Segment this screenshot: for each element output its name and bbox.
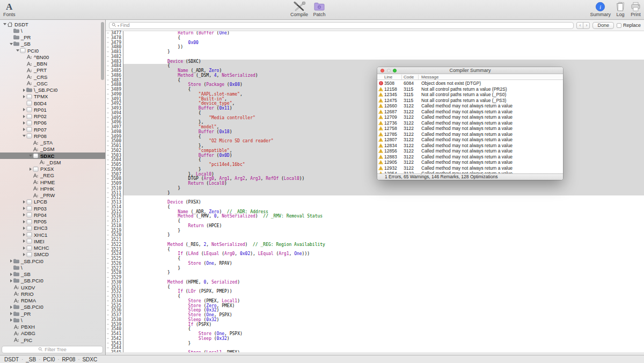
tree-item-dsdt[interactable]: DSDT [0, 21, 105, 27]
disclosure-open-icon[interactable] [21, 135, 26, 137]
disclosure-open-icon[interactable] [2, 23, 7, 25]
compiler-message-row[interactable]: !126873122Called method may not always r… [377, 109, 563, 115]
disclosure-closed-icon[interactable] [9, 273, 13, 276]
tree-item-rp01[interactable]: RP01 [0, 106, 105, 113]
tree-item-smcd[interactable]: SMCD [0, 251, 105, 258]
column-message[interactable]: Message [419, 75, 563, 79]
disclosure-closed-icon[interactable] [9, 312, 13, 315]
compiler-message-row[interactable]: !127093122Called method may not always r… [377, 114, 563, 120]
tree-item-[interactable]: \ [0, 317, 105, 323]
replace-toggle[interactable]: Replace [617, 23, 641, 28]
compiler-message-row[interactable]: !129053122Called method may not always r… [377, 159, 563, 165]
zoom-window-button[interactable] [393, 69, 397, 72]
tree-item-uxdv[interactable]: UXDV [0, 284, 105, 291]
log-button[interactable]: Log [615, 1, 626, 17]
tree-item-bn00[interactable]: ^BN00 [0, 54, 105, 60]
find-next-button[interactable]: › [583, 22, 590, 29]
tree-item-adbg[interactable]: ADBG [0, 330, 105, 337]
compiler-message-row[interactable]: !127363122Called method may not always r… [377, 120, 563, 126]
disclosure-closed-icon[interactable] [21, 239, 26, 243]
tree-item-lpcb[interactable]: LPCB [0, 199, 105, 205]
sidebar-scrollbar[interactable] [101, 22, 104, 80]
disclosure-closed-icon[interactable] [21, 108, 26, 111]
tree-item-_pr[interactable]: _PR [0, 310, 105, 317]
compiler-message-row[interactable]: !126603122Called method may not always r… [377, 103, 563, 109]
compiler-message-row[interactable]: !127583122Called method may not always r… [377, 126, 563, 132]
tree-item-ehc3[interactable]: EHC3 [0, 225, 105, 231]
find-done-button[interactable]: Done [592, 22, 614, 29]
disclosure-closed-icon[interactable] [9, 259, 13, 263]
tree-item-_sbpci0[interactable]: _SB.PCI0 [0, 258, 105, 264]
compiler-window-titlebar[interactable]: Compiler Summary [377, 67, 563, 74]
disclosure-closed-icon[interactable] [21, 253, 26, 256]
tree-item-hpme[interactable]: HPME [0, 179, 105, 185]
tree-item-pci0[interactable]: PCI0 [0, 47, 105, 54]
tree-item-pxsx[interactable]: PXSX [0, 166, 105, 172]
column-line[interactable]: Line [384, 75, 402, 79]
disclosure-closed-icon[interactable] [21, 121, 26, 125]
compiler-message-row[interactable]: !128343122Called method may not always r… [377, 143, 563, 149]
compiler-message-row[interactable]: !121583115Not all control paths return a… [377, 86, 563, 92]
tree-item-[interactable]: \ [0, 264, 105, 271]
disclosure-closed-icon[interactable] [21, 220, 26, 223]
disclosure-closed-icon[interactable] [21, 115, 26, 118]
tree-item-_sbpci0[interactable]: _SB.PCI0 [0, 304, 105, 310]
compiler-message-row[interactable]: !35086084Object does not exist (DTGP) [377, 81, 563, 86]
column-code[interactable]: Code [402, 75, 419, 79]
tree-item-mchc[interactable]: MCHC [0, 245, 105, 251]
tree-item-hphk[interactable]: HPHK [0, 185, 105, 192]
tree-item-rrio[interactable]: RRIO [0, 291, 105, 297]
fonts-button[interactable]: A Fonts [3, 1, 16, 17]
disclosure-closed-icon[interactable] [21, 200, 26, 204]
disclosure-closed-icon[interactable] [21, 89, 26, 92]
tree-item-_sbpci0[interactable]: _SB.PCI0 [0, 278, 105, 284]
compiler-message-row[interactable]: !128563122Called method may not always r… [377, 148, 563, 154]
disclosure-open-icon[interactable] [9, 43, 13, 45]
tree-item-_prt[interactable]: _PRT [0, 67, 105, 74]
tree-item-_sbpci0[interactable]: \_SB.PCI0 [0, 87, 105, 93]
tree-item-_sta[interactable]: _STA [0, 140, 105, 146]
summary-button[interactable]: i Summary [590, 1, 611, 17]
disclosure-closed-icon[interactable] [21, 213, 26, 216]
disclosure-closed-icon[interactable] [21, 207, 26, 210]
tree-item-rp03[interactable]: RP03 [0, 205, 105, 212]
tree-item-sdxc[interactable]: SDXC [0, 153, 105, 159]
disclosure-closed-icon[interactable] [21, 227, 26, 230]
filter-tree-input[interactable]: Filter Tree [2, 346, 103, 353]
tree-item-rp02[interactable]: RP02 [0, 113, 105, 120]
disclosure-closed-icon[interactable] [9, 306, 13, 309]
tree-item-_dsm[interactable]: _DSM [0, 146, 105, 153]
tree-item-xhc1[interactable]: XHC1 [0, 231, 105, 238]
tree-item-_dsm[interactable]: _DSM [0, 159, 105, 165]
disclosure-closed-icon[interactable] [9, 318, 13, 322]
disclosure-open-icon[interactable] [15, 49, 20, 52]
patch-button[interactable]: Patch [313, 1, 326, 17]
code-area[interactable]: 3477347834793480348134823483348434853486… [106, 31, 644, 355]
disclosure-closed-icon[interactable] [21, 233, 26, 236]
disclosure-open-icon[interactable] [28, 155, 33, 157]
compiler-message-row[interactable]: !124753115Not all control paths return a… [377, 98, 563, 104]
disclosure-closed-icon[interactable] [21, 128, 26, 131]
tree-item-rp06[interactable]: RP06 [0, 120, 105, 126]
tree-item-rdma[interactable]: RDMA [0, 297, 105, 304]
disclosure-closed-icon[interactable] [21, 246, 26, 250]
find-input[interactable]: ▾ Find [109, 22, 574, 29]
tree-item-_pic[interactable]: _PIC [0, 337, 105, 343]
minimize-window-button[interactable] [387, 69, 391, 72]
tree-item-_osc[interactable]: _OSC [0, 80, 105, 86]
tree-item-_reg[interactable]: _REG [0, 172, 105, 179]
compiler-message-row[interactable]: !128833122Called method may not always r… [377, 154, 563, 160]
tree-item-[interactable]: \ [0, 27, 105, 34]
tree-item-_sb[interactable]: _SB [0, 271, 105, 278]
disclosure-closed-icon[interactable] [28, 168, 33, 171]
compiler-message-row[interactable]: !129323122Called method may not always r… [377, 165, 563, 171]
tree-item-_pr[interactable]: _PR [0, 34, 105, 41]
tree-item-imei[interactable]: IMEI [0, 238, 105, 244]
compile-button[interactable]: Compile [290, 1, 308, 17]
tree-item-_crs[interactable]: _CRS [0, 74, 105, 80]
tree-item-_prw[interactable]: _PRW [0, 192, 105, 199]
compiler-message-row[interactable]: !123453115Not all control paths return a… [377, 92, 563, 98]
tree-item-pbxh[interactable]: PBXH [0, 324, 105, 330]
disclosure-closed-icon[interactable] [9, 279, 13, 282]
tree-item-tpmx[interactable]: TPMX [0, 93, 105, 100]
